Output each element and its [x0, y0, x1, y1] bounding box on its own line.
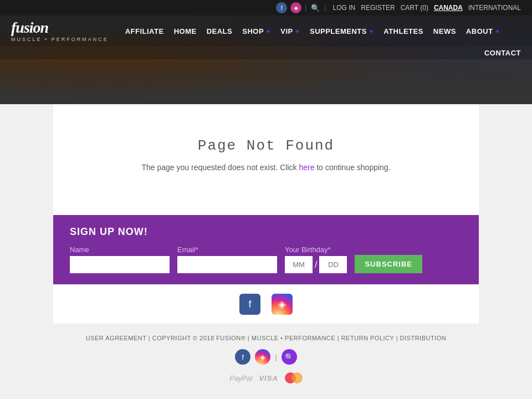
shop-plus: + — [264, 27, 270, 35]
footer-fb-icon[interactable]: f — [235, 349, 250, 365]
payment-icons: PayPal VISA — [22, 372, 510, 383]
nav-deals[interactable]: DEALS — [207, 27, 233, 35]
email-label: Email* — [177, 245, 277, 254]
instagram-icon-top[interactable]: ◈ — [290, 2, 301, 13]
visa-text: VISA — [259, 374, 278, 382]
birthday-inputs: / — [285, 256, 347, 273]
email-input[interactable] — [177, 256, 277, 273]
birthday-group: Your Birthday* / — [285, 245, 347, 273]
name-group: Name — [70, 245, 170, 273]
canada-link[interactable]: CANADA — [434, 4, 463, 12]
main-content: Page Not Found The page you requested do… — [53, 104, 479, 215]
nav-shop[interactable]: SHOP + — [242, 27, 270, 35]
nav-about[interactable]: ABOUT + — [466, 27, 500, 35]
nav-home[interactable]: HOME — [174, 27, 197, 35]
signup-section: SIGN UP NOW! Name Email* Your Birthday* … — [53, 215, 479, 284]
footer-ig-icon[interactable]: ◈ — [255, 349, 270, 365]
nav-vip[interactable]: VIP + — [280, 27, 300, 35]
search-icon-top[interactable]: 🔍 — [310, 2, 321, 13]
divider-2: | — [324, 4, 326, 12]
nav-contact[interactable]: CONTACT — [484, 49, 521, 57]
logo-text: fusion — [11, 20, 109, 35]
nav-supplements[interactable]: SUPPLEMENTS + — [310, 27, 374, 35]
about-plus: + — [493, 27, 500, 35]
nav-news[interactable]: NEWS — [433, 27, 456, 35]
email-group: Email* — [177, 245, 277, 273]
logo-subtitle: MUSCLE • PERFORMANCE — [11, 37, 109, 42]
birthday-label: Your Birthday* — [285, 245, 347, 254]
register-link[interactable]: REGISTER — [361, 4, 395, 12]
mc-circle-orange — [291, 372, 303, 383]
instagram-footer-icon[interactable]: ◈ — [272, 294, 293, 315]
divider-1: | — [305, 4, 306, 12]
nav-affiliate[interactable]: AFFILIATE — [125, 27, 164, 35]
signup-form: Name Email* Your Birthday* / SUBSCRIBE — [70, 245, 462, 273]
mastercard-icon — [285, 372, 303, 383]
name-input[interactable] — [70, 256, 170, 273]
nav-athletes[interactable]: ATHLETES — [383, 27, 423, 35]
footer-search-icon[interactable]: 🔍 — [282, 349, 297, 365]
login-link[interactable]: LOG IN — [333, 4, 356, 12]
paypal-text: PayPal — [229, 374, 252, 382]
header-inner: fusion MUSCLE • PERFORMANCE AFFILIATE HO… — [0, 16, 532, 104]
footer: USER AGREEMENT | COPYRIGHT © 2018 FUSION… — [0, 324, 532, 395]
facebook-footer-icon[interactable]: f — [239, 294, 260, 315]
facebook-icon-top[interactable]: f — [276, 2, 287, 13]
month-input[interactable] — [285, 256, 313, 273]
here-link[interactable]: here — [299, 163, 315, 172]
header-hero: fusion MUSCLE • PERFORMANCE AFFILIATE HO… — [0, 16, 532, 104]
not-found-message: The page you requested does not exist. C… — [70, 163, 462, 172]
international-text: INTERNATIONAL — [468, 4, 521, 12]
day-input[interactable] — [319, 256, 347, 273]
footer-icons: f ◈ | 🔍 — [22, 349, 510, 365]
nav-bar: fusion MUSCLE • PERFORMANCE AFFILIATE HO… — [0, 16, 532, 47]
signup-title: SIGN UP NOW! — [70, 226, 462, 238]
main-nav: AFFILIATE HOME DEALS SHOP + VIP + SUPPLE… — [125, 27, 521, 35]
footer-links: USER AGREEMENT | COPYRIGHT © 2018 FUSION… — [22, 335, 510, 341]
supp-plus: + — [367, 27, 374, 35]
page-not-found: Page Not Found The page you requested do… — [70, 126, 462, 194]
logo-area[interactable]: fusion MUSCLE • PERFORMANCE — [11, 20, 109, 42]
vip-plus: + — [293, 27, 300, 35]
social-footer-icons: f ◈ — [53, 284, 479, 324]
name-label: Name — [70, 245, 170, 254]
top-social-icons: f ◈ | 🔍 | — [276, 2, 326, 13]
birthday-slash: / — [315, 260, 317, 270]
cart-link[interactable]: CART (0) — [401, 4, 428, 12]
top-bar: f ◈ | 🔍 | LOG IN REGISTER CART (0) CANAD… — [0, 0, 532, 16]
page-title: Page Not Found — [70, 137, 462, 154]
subscribe-button[interactable]: SUBSCRIBE — [355, 255, 422, 273]
top-links: LOG IN REGISTER CART (0) CANADA INTERNAT… — [333, 4, 521, 12]
footer-divider: | — [275, 353, 277, 361]
logo-name: fusion — [11, 19, 48, 36]
contact-nav: CONTACT — [0, 47, 532, 59]
